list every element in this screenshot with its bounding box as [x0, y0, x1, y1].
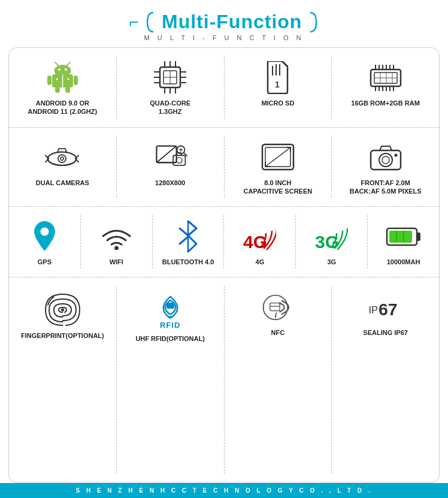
feature-item-fingerprint: FINGERPRINT(OPTIONAL): [9, 286, 117, 474]
dual-cameras-label: DUAL CAMERAS: [36, 179, 89, 187]
fingerprint-icon: [43, 291, 82, 327]
feature-section-4: FINGERPRINT(OPTIONAL) RFID UHF: [9, 277, 439, 482]
ip67-label: SEALING IP67: [363, 328, 408, 337]
svg-rect-86: [270, 303, 280, 311]
feature-item-camera-spec: FRONT:AF 2.0MBACK:AF 5.0M PIXELS: [332, 136, 439, 198]
ip67-icon: IP 67: [368, 291, 404, 324]
feature-item-wifi: WIFI: [81, 215, 153, 268]
battery-icon: [386, 220, 422, 253]
feature-item-3g: 3G 3G: [296, 215, 368, 268]
rom-ram-label: 16GB ROM+2GB RAM: [351, 99, 420, 107]
svg-text:3G: 3G: [315, 232, 339, 252]
feature-section-2: DUAL CAMERAS: [9, 128, 439, 207]
battery-label: 10000MAH: [387, 258, 420, 266]
svg-point-82: [61, 309, 64, 312]
svg-rect-57: [173, 155, 185, 165]
svg-line-29: [282, 61, 287, 67]
feature-item-bluetooth: BLUETOOTH 4.0: [153, 215, 225, 268]
svg-point-70: [40, 228, 49, 236]
nfc-icon: [260, 291, 296, 324]
svg-text:4G: 4G: [243, 232, 267, 252]
page-wrapper: ⌐ Multi-Function M U L T I - F U N C T I…: [0, 0, 448, 498]
footer: S H E N Z H E N H C C T E C H N O L O G …: [0, 483, 448, 498]
main-card: ANDROID 9.0 ORANDROID 11 (2.0GHZ): [8, 47, 440, 483]
screen-icon: [260, 141, 296, 174]
svg-rect-78: [417, 233, 420, 241]
svg-point-2: [58, 68, 60, 71]
resolution-icon: [152, 141, 188, 174]
rfid-icon: RFID: [151, 291, 190, 330]
footer-text: S H E N Z H E N H C C T E C H N O L O G …: [75, 487, 372, 494]
feature-section-1: ANDROID 9.0 ORANDROID 11 (2.0GHZ): [9, 48, 439, 128]
svg-point-58: [177, 158, 182, 163]
feature-item-nfc: NFC: [225, 286, 332, 474]
gps-icon: [26, 220, 62, 253]
android-icon: [44, 61, 80, 94]
svg-point-67: [379, 153, 392, 167]
sd-card-icon: 1: [260, 61, 296, 94]
feature-item-screen: 8.0 INCHCAPACITIVE SCREEN: [225, 136, 332, 198]
bluetooth-label: BLUETOOTH 4.0: [162, 258, 214, 266]
3g-label: 3G: [327, 258, 336, 266]
svg-rect-79: [389, 231, 412, 243]
4g-label: 4G: [256, 258, 265, 266]
svg-point-68: [382, 156, 389, 164]
dual-cam-icon: [44, 141, 80, 174]
svg-text:IP: IP: [368, 305, 378, 316]
feature-section-3: GPS WIFI: [9, 207, 439, 277]
3g-icon: 3G: [314, 220, 350, 253]
svg-point-53: [58, 155, 66, 162]
right-bracket-icon: [308, 11, 319, 33]
svg-line-5: [67, 62, 70, 65]
quad-core-label: QUAD-CORE1.3GHZ: [150, 99, 190, 116]
feature-item-4g: 4G 4G: [224, 215, 296, 268]
wifi-icon: [98, 220, 134, 253]
feature-item-quad-core: QUAD-CORE1.3GHZ: [117, 56, 225, 119]
wifi-label: WIFI: [110, 258, 123, 266]
fingerprint-label: FINGERPRINT(OPTIONAL): [21, 331, 104, 340]
4g-icon: 4G: [242, 220, 278, 253]
bluetooth-icon: [170, 220, 206, 253]
svg-line-73: [180, 228, 188, 236]
svg-rect-7: [74, 76, 78, 85]
svg-point-54: [60, 157, 64, 161]
svg-line-4: [55, 62, 58, 65]
rfid-label: UHF RFID(OPTIONAL): [135, 334, 204, 343]
feature-item-rfid: RFID UHF RFID(OPTIONAL): [117, 286, 225, 474]
memory-icon: [368, 61, 404, 94]
left-bracket-icon: [145, 11, 156, 33]
chip-icon: [152, 61, 188, 94]
feature-item-rom-ram: 16GB ROM+2GB RAM: [332, 56, 439, 119]
header-title-row: ⌐ Multi-Function: [0, 11, 448, 33]
svg-text:67: 67: [379, 300, 398, 319]
camera-spec-label: FRONT:AF 2.0MBACK:AF 5.0M PIXELS: [350, 179, 422, 196]
svg-point-3: [65, 68, 67, 71]
feature-item-dual-cam: DUAL CAMERAS: [9, 136, 117, 198]
svg-point-52: [48, 152, 77, 165]
feature-item-micro-sd: 1 MICRO SD: [225, 56, 332, 119]
feature-item-resolution: 1280X800: [117, 136, 225, 198]
svg-point-84: [169, 316, 171, 318]
svg-point-69: [394, 154, 397, 157]
nfc-label: NFC: [271, 328, 285, 337]
svg-line-65: [265, 147, 290, 167]
main-title: Multi-Function: [162, 11, 302, 33]
header: ⌐ Multi-Function M U L T I - F U N C T I…: [0, 0, 448, 47]
svg-line-74: [180, 237, 188, 244]
feature-item-ip67: IP 67 SEALING IP67: [332, 286, 439, 474]
camera-icon: [368, 141, 404, 174]
svg-point-71: [114, 246, 119, 250]
android-label: ANDROID 9.0 ORANDROID 11 (2.0GHZ): [28, 99, 98, 116]
screen-label: 8.0 INCHCAPACITIVE SCREEN: [244, 179, 313, 196]
svg-rect-6: [47, 76, 52, 85]
gps-label: GPS: [38, 258, 52, 266]
svg-text:1: 1: [275, 80, 280, 89]
feature-item-android: ANDROID 9.0 ORANDROID 11 (2.0GHZ): [9, 56, 117, 119]
sub-title: M U L T I - F U N C T I O N: [0, 34, 448, 41]
feature-item-gps: GPS: [9, 215, 81, 268]
svg-point-12: [67, 79, 69, 80]
svg-rect-8: [55, 87, 60, 93]
svg-rect-9: [65, 87, 70, 93]
svg-rect-83: [167, 303, 174, 309]
resolution-label: 1280X800: [155, 179, 185, 187]
